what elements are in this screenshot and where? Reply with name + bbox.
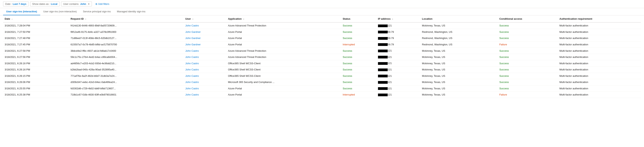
add-filter-label: Add filters <box>98 2 110 5</box>
cell-conditional-access: Success <box>498 66 558 73</box>
cell-request-id: 771af76e-6a2f-482d-b6d7-31db3a7e24... <box>69 73 184 79</box>
cell-auth-requirement: Multi-factor authentication <box>558 41 641 48</box>
ip-redacted-block <box>378 62 388 65</box>
cell-user[interactable]: John Castro <box>184 85 226 92</box>
cell-ip: 59.79 <box>376 35 420 41</box>
cell-user[interactable]: John Castro <box>184 79 226 85</box>
table-row[interactable]: 3/18/2021, 7:28:04 PM f414d130-6446-4993… <box>3 22 641 29</box>
cell-location: Redmond, Washington, US <box>420 35 498 41</box>
col-status: Status <box>341 15 376 22</box>
cell-auth-requirement: Multi-factor authentication <box>558 22 641 29</box>
cell-location: Mckinney, Texas, US <box>420 79 498 85</box>
cell-auth-requirement: Multi-factor authentication <box>558 60 641 67</box>
table-row[interactable]: 3/18/2021, 6:26:06 PM d309c647-eebc-42e3… <box>3 79 641 85</box>
cell-conditional-access: Success <box>498 22 558 29</box>
cell-request-id: f8f12a46-9175-4d4c-a327-a378c0f91900 <box>69 29 184 35</box>
cell-application: Azure Portal <box>226 41 341 48</box>
cell-application: Office365 Shell WCSS-Client <box>226 60 341 67</box>
col-auth-requirement: Authentication requirement <box>558 15 641 22</box>
cell-user[interactable]: John Gardner <box>184 29 226 35</box>
tab-interactive[interactable]: User sign-ins (interactive) <box>3 8 40 15</box>
cell-application: Azure Portal <box>226 85 341 92</box>
tab-managed-identity[interactable]: Managed identity sign-ins <box>114 8 148 15</box>
cell-user[interactable]: John Castro <box>184 73 226 79</box>
cell-auth-requirement: Multi-factor authentication <box>558 79 641 85</box>
cell-user[interactable]: John Castro <box>184 22 226 29</box>
table-row[interactable]: 3/18/2021, 6:26:16 PM b2bb2bad-040c-428a… <box>3 66 641 73</box>
cell-user[interactable]: John Castro <box>184 60 226 67</box>
table-row[interactable]: 3/18/2021, 6:27:56 PM 59c1c75c-27b4-4ed2… <box>3 54 641 60</box>
table-row[interactable]: 3/18/2021, 6:26:15 PM 771af76e-6a2f-482d… <box>3 73 641 79</box>
tab-service-principal[interactable]: Service principal sign-ins <box>80 8 114 15</box>
cell-date: 3/18/2021, 7:28:04 PM <box>3 22 69 29</box>
cell-ip: 59.79 <box>376 29 420 35</box>
cell-date: 3/18/2021, 6:26:16 PM <box>3 66 69 73</box>
cell-status: Success <box>341 22 376 29</box>
table-row[interactable]: 3/18/2021, 6:25:38 PM 718b1c67-f16b-4630… <box>3 92 641 98</box>
cell-date: 3/18/2021, 6:25:38 PM <box>3 92 69 98</box>
cell-location: Mckinney, Texas, US <box>420 73 498 79</box>
ip-sort-icon: ↕ <box>392 18 393 20</box>
ip-redacted-block <box>378 31 388 33</box>
cell-request-id: 615507a7-0c78-4b85-bf8d-acf175870700 <box>69 41 184 48</box>
cell-ip: 121 <box>376 79 420 85</box>
date-sort-icon: ↓ <box>12 18 13 20</box>
tab-non-interactive[interactable]: User sign-ins (non-interactive) <box>40 8 80 15</box>
cell-application: Azure Advanced Threat Protection <box>226 54 341 60</box>
cell-user[interactable]: John Gardner <box>184 35 226 41</box>
cell-user[interactable]: John Castro <box>184 48 226 54</box>
cell-application: Azure Portal <box>226 29 341 35</box>
application-sort-icon: ↕ <box>243 18 244 20</box>
col-user[interactable]: User ↕ <box>184 15 226 22</box>
cell-request-id: d309c647-eebc-42e3-84ec-0ab46fea24... <box>69 79 184 85</box>
ip-redacted-block <box>378 24 388 27</box>
cell-ip: 121 <box>376 92 420 98</box>
cell-status: Success <box>341 35 376 41</box>
ip-redacted-block <box>378 94 388 96</box>
table-row[interactable]: 3/18/2021, 6:27:58 PM 38dcd4e2-ff8c-4937… <box>3 48 641 54</box>
cell-ip: 121 <box>376 54 420 60</box>
cell-location: Mckinney, Texas, US <box>420 92 498 98</box>
cell-request-id: f414d130-6446-4993-89df-8a05720609... <box>69 22 184 29</box>
cell-location: Redmond, Washington, US <box>420 29 498 35</box>
cell-auth-requirement: Multi-factor authentication <box>558 48 641 54</box>
cell-request-id: ad4856c7-e203-4cb2-930d-4e36dd210... <box>69 60 184 67</box>
add-filter-button[interactable]: ⊕ Add filters <box>94 2 111 6</box>
user-filter-close-icon[interactable]: ✕ <box>88 3 90 5</box>
table-row[interactable]: 3/18/2021, 6:26:16 PM ad4856c7-e203-4cb2… <box>3 60 641 67</box>
date-filter-chip[interactable]: Date : Last 7 days <box>3 1 28 6</box>
cell-location: Mckinney, Texas, US <box>420 60 498 67</box>
ip-redacted-block <box>378 50 388 52</box>
sign-ins-table: Date ↓ Request ID ↕ User ↕ Application ↕… <box>3 15 641 98</box>
cell-user[interactable]: John Castro <box>184 54 226 60</box>
cell-request-id: 71d8bed7-013f-40bb-88c5-620db1f127... <box>69 35 184 41</box>
user-filter-chip[interactable]: User contains John ✕ <box>61 1 92 6</box>
col-application[interactable]: Application ↕ <box>226 15 341 22</box>
cell-user[interactable]: John Castro <box>184 92 226 98</box>
cell-ip: 121 <box>376 85 420 92</box>
cell-auth-requirement: Multi-factor authentication <box>558 29 641 35</box>
table-row[interactable]: 3/18/2021, 7:27:50 PM f8f12a46-9175-4d4c… <box>3 29 641 35</box>
cell-user[interactable]: John Gardner <box>184 41 226 48</box>
cell-ip: 121 <box>376 66 420 73</box>
cell-user[interactable]: John Castro <box>184 66 226 73</box>
table-row[interactable]: 3/18/2021, 7:27:45 PM 615507a7-0c78-4b85… <box>3 41 641 48</box>
col-ip[interactable]: IP address ↕ <box>376 15 420 22</box>
cell-status: Interrupted <box>341 92 376 98</box>
col-date[interactable]: Date ↓ <box>3 15 69 22</box>
show-dates-filter-chip[interactable]: Show dates as : Local <box>30 1 60 6</box>
table-row[interactable]: 3/18/2021, 7:27:48 PM 71d8bed7-013f-40bb… <box>3 35 641 41</box>
cell-status: Success <box>341 66 376 73</box>
cell-application: Azure Portal <box>226 92 341 98</box>
user-filter-key: User contains <box>63 2 78 5</box>
date-filter-key: Date : <box>5 2 12 5</box>
table-row[interactable]: 3/18/2021, 6:25:55 PM fd3302d6-c729-4b02… <box>3 85 641 92</box>
cell-auth-requirement: Multi-factor authentication <box>558 73 641 79</box>
cell-status: Success <box>341 54 376 60</box>
cell-conditional-access: Failure <box>498 41 558 48</box>
cell-status: Success <box>341 73 376 79</box>
request-id-sort-icon: ↕ <box>85 18 86 20</box>
col-location: Location <box>420 15 498 22</box>
cell-conditional-access: Success <box>498 73 558 79</box>
col-request-id[interactable]: Request ID ↕ <box>69 15 184 22</box>
